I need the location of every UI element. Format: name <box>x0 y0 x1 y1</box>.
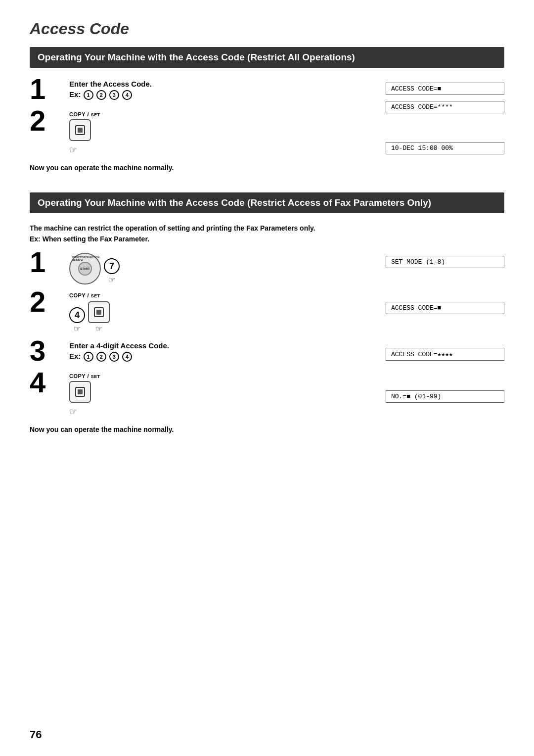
section2-desc1: The machine can restrict the operation o… <box>30 224 504 232</box>
step-number-s2-1: 1 <box>30 248 64 277</box>
section2-displays: SET MODE (1-8) ACCESS CODE=■ ACCESS CODE… <box>386 252 504 406</box>
s2-step3-example: Ex: 1 2 3 4 <box>69 352 386 362</box>
copy-set-button-icon-2 <box>88 301 110 323</box>
s2-digit-3: 3 <box>109 352 119 362</box>
step2-content: COPY / SET ☞ <box>69 110 386 157</box>
hand-icon-1: ☞ <box>69 143 386 157</box>
section2-content: 1 DIRECTORYSEARCH FUNCTION START <box>30 252 504 440</box>
hand-icon-5: ☞ <box>69 405 386 419</box>
key-4-group: 4 ☞ <box>69 307 85 333</box>
copy-set-label: COPY / SET <box>69 111 386 117</box>
copy-text-3: COPY / <box>69 373 91 379</box>
hand-icon-3: ☞ <box>74 324 81 333</box>
s2-display-1: SET MODE (1-8) <box>386 256 504 268</box>
hand-icon-4: ☞ <box>95 324 102 333</box>
step-row: 2 COPY / SET 4 ☞ <box>30 291 386 333</box>
svg-rect-1 <box>78 128 83 133</box>
digit-2: 2 <box>96 90 106 100</box>
step-number-s2-4: 4 <box>30 368 64 397</box>
step-number-1: 1 <box>30 75 64 103</box>
s2-step1-content: DIRECTORYSEARCH FUNCTION START 7 ☞ <box>69 252 386 284</box>
copy-set-svg-3 <box>74 386 86 398</box>
start-label: START <box>80 267 90 270</box>
s2-step1-icons: DIRECTORYSEARCH FUNCTION START 7 ☞ <box>69 253 386 284</box>
digit-1: 1 <box>84 90 93 100</box>
copy-set-button-icon-3 <box>69 381 91 403</box>
set-text-2: SET <box>91 293 100 298</box>
step-number-s2-2: 2 <box>30 287 64 316</box>
section2-left: 1 DIRECTORYSEARCH FUNCTION START <box>30 252 386 440</box>
digit-3: 3 <box>109 90 119 100</box>
section1-content: 1 Enter the Access Code. Ex: 1 2 3 4 2 <box>30 79 504 179</box>
s2-display-3: ACCESS CODE=★★★★ <box>386 348 504 361</box>
section2-desc2: Ex: When setting the Fax Parameter. <box>30 235 504 243</box>
svg-text:☞: ☞ <box>69 407 77 417</box>
display-box-2: ACCESS CODE=**** <box>386 101 504 113</box>
ex-label-2: Ex: <box>69 352 83 360</box>
set-text-3: SET <box>91 374 100 379</box>
step1-content: Enter the Access Code. Ex: 1 2 3 4 <box>69 79 386 100</box>
s2-step2-icons: 4 ☞ ☞ <box>69 300 386 333</box>
section1-note: Now you can operate the machine normally… <box>30 164 386 172</box>
func-label: FUNCTION <box>87 256 99 262</box>
svg-rect-4 <box>96 310 101 315</box>
key-7-badge: 7 <box>104 258 120 274</box>
page-title: Access Code <box>30 20 504 38</box>
s2-step3-instruction: Enter a 4-digit Access Code. <box>69 341 386 350</box>
copy-text-2: COPY / <box>69 292 91 298</box>
section1-header: Operating Your Machine with the Access C… <box>30 47 504 68</box>
s2-digit-2: 2 <box>96 352 106 362</box>
section2-note: Now you can operate the machine normally… <box>30 425 386 433</box>
copy-set-button-icon <box>69 119 91 141</box>
step-row: 1 Enter the Access Code. Ex: 1 2 3 4 <box>30 79 386 103</box>
step-row: 3 Enter a 4-digit Access Code. Ex: 1 2 3… <box>30 340 386 365</box>
s2-step2-content: COPY / SET 4 ☞ <box>69 291 386 333</box>
small-labels: DIRECTORYSEARCH FUNCTION <box>72 256 98 262</box>
set-text: SET <box>91 112 100 117</box>
dir-label: DIRECTORYSEARCH <box>72 256 87 262</box>
section1-left: 1 Enter the Access Code. Ex: 1 2 3 4 2 <box>30 79 386 179</box>
step1-example: Ex: 1 2 3 4 <box>69 90 386 100</box>
s2-step3-content: Enter a 4-digit Access Code. Ex: 1 2 3 4 <box>69 340 386 362</box>
copy-text: COPY / <box>69 111 91 117</box>
step-row: 2 COPY / SET ☞ <box>30 110 386 157</box>
s2-digit-4: 4 <box>122 352 132 362</box>
s2-step4-content: COPY / SET ☞ <box>69 372 386 419</box>
control-panel-icon: DIRECTORYSEARCH FUNCTION START <box>69 253 101 284</box>
key-4-badge: 4 <box>69 307 85 323</box>
s2-display-4: NO.=■ (01-99) <box>386 390 504 403</box>
key-7-group: 7 ☞ <box>104 258 120 284</box>
step-number-2: 2 <box>30 106 64 135</box>
display-box-3: 10-DEC 15:00 00% <box>386 142 504 154</box>
hand-icon-2: ☞ <box>108 275 115 284</box>
start-button: START <box>78 262 92 276</box>
ex-label: Ex: <box>69 90 83 98</box>
s2-display-2: ACCESS CODE=■ <box>386 302 504 314</box>
digit-4: 4 <box>122 90 132 100</box>
copy-set-label-3: COPY / SET <box>69 373 386 379</box>
copy-set-svg-2 <box>93 306 105 318</box>
svg-text:☞: ☞ <box>69 145 77 155</box>
step-row: 1 DIRECTORYSEARCH FUNCTION START <box>30 252 386 284</box>
step1-instruction: Enter the Access Code. <box>69 80 386 88</box>
page-number: 76 <box>30 728 42 741</box>
display-box-1: ACCESS CODE=■ <box>386 83 504 95</box>
section1-displays: ACCESS CODE=■ ACCESS CODE=**** 10-DEC 15… <box>386 79 504 157</box>
s2-digit-1: 1 <box>84 352 93 362</box>
copy-set-group-2: ☞ <box>88 300 110 333</box>
copy-set-label-2: COPY / SET <box>69 292 386 298</box>
step-row: 4 COPY / SET ☞ <box>30 372 386 419</box>
svg-rect-6 <box>78 389 83 394</box>
hand-svg-5: ☞ <box>69 405 84 417</box>
copy-set-svg <box>74 124 86 136</box>
step-number-s2-3: 3 <box>30 336 64 365</box>
section2-header: Operating Your Machine with the Access C… <box>30 192 504 213</box>
